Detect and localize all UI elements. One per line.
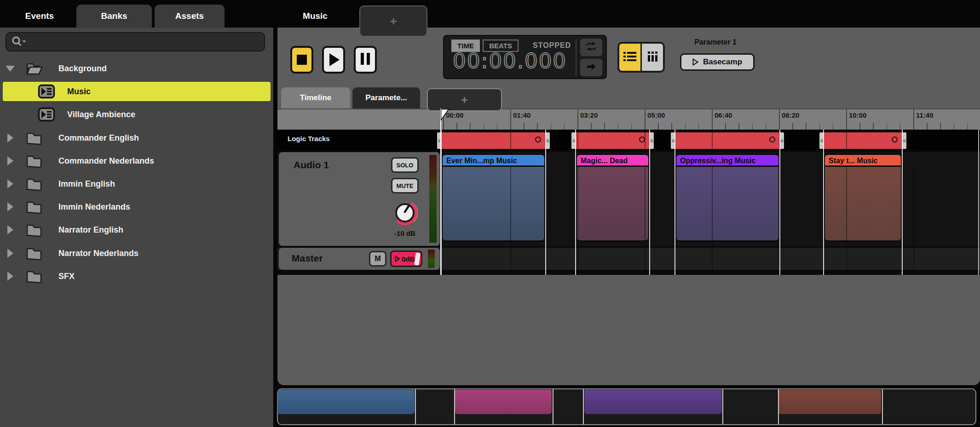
clip-boundary-line — [575, 130, 576, 275]
clip-boundaries-layer — [0, 0, 980, 427]
fader-handle[interactable] — [414, 252, 421, 265]
fmod-studio-window: Events Banks Assets BackgroundMusicVilla… — [0, 0, 980, 427]
clip-boundary-line — [902, 130, 903, 275]
master-track-header[interactable]: Master M 0dB — [279, 248, 440, 270]
master-fader[interactable]: 0dB — [390, 251, 422, 267]
master-track-name: Master — [292, 253, 323, 264]
volume-readout: -10 dB — [377, 229, 432, 237]
master-fader-value: 0dB — [402, 255, 415, 263]
audio-track-name: Audio 1 — [294, 159, 329, 171]
clip-boundary-line — [779, 130, 780, 275]
play-outline-icon — [395, 256, 400, 262]
timeline-end-line — [978, 130, 979, 275]
master-mute-button[interactable]: M — [369, 251, 386, 267]
audio-level-meter — [429, 155, 437, 243]
clip-boundary-line — [545, 130, 546, 275]
playhead-flag-icon[interactable] — [441, 109, 449, 122]
clip-boundary-line — [674, 130, 675, 275]
volume-knob[interactable] — [388, 197, 421, 230]
clip-boundary-line — [823, 130, 824, 275]
solo-button[interactable]: SOLO — [391, 157, 419, 173]
master-level-meter — [428, 250, 435, 268]
playhead[interactable] — [440, 108, 441, 275]
audio-track-header[interactable]: Audio 1 SOLO MUTE -10 dB — [279, 152, 440, 246]
clip-boundary-line — [649, 130, 650, 275]
mute-button[interactable]: MUTE — [391, 178, 419, 194]
